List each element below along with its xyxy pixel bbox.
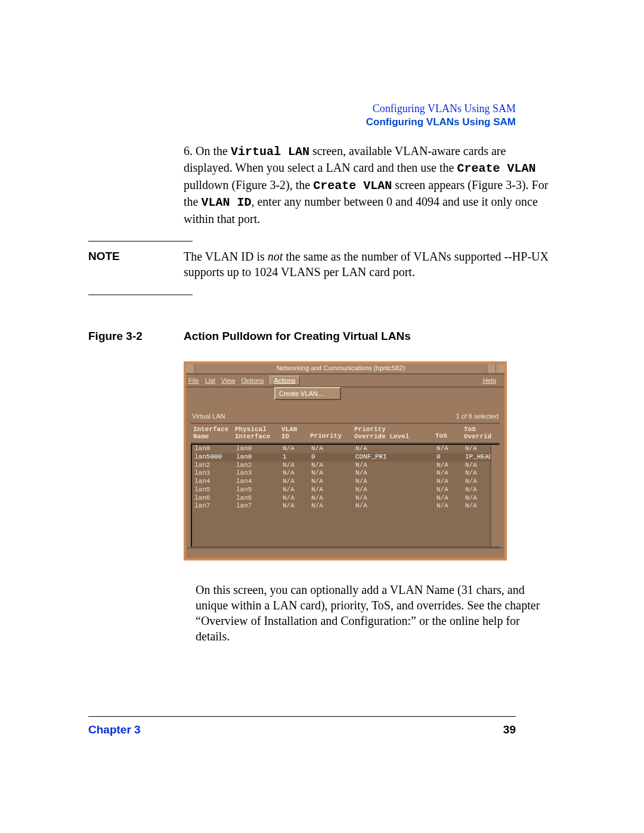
cell: N/A	[355, 478, 435, 486]
cell: lan0	[236, 453, 281, 462]
sam-window: Networking and Communications (hpntc582)…	[184, 361, 507, 561]
window-maximize-icon[interactable]	[496, 364, 504, 373]
cell: N/A	[465, 494, 507, 503]
window-minimize-icon[interactable]	[487, 364, 496, 373]
col-tos: ToS	[435, 426, 463, 441]
cell: N/A	[283, 502, 310, 510]
menu-file[interactable]: File	[188, 376, 199, 385]
note-rule-top	[88, 241, 193, 241]
cell: N/A	[465, 478, 507, 486]
cell: lan0	[194, 445, 235, 453]
cell: lan5	[236, 486, 281, 494]
cell: N/A	[283, 445, 310, 453]
cell: N/A	[355, 494, 435, 503]
col-vlan-id: VLAN ID	[281, 426, 309, 441]
cell: N/A	[465, 445, 507, 453]
cell: N/A	[436, 445, 464, 453]
note-rule-bottom	[88, 295, 193, 295]
cell: lan3	[194, 469, 235, 478]
cell: lan7	[194, 502, 235, 510]
step-mono-a: Virtual LAN	[231, 145, 309, 159]
cell: lan5000	[194, 453, 235, 462]
cell: N/A	[355, 462, 435, 470]
sam-menubar: File List View Options Actions Help	[186, 374, 504, 388]
menu-options[interactable]: Options	[242, 376, 264, 385]
footer-rule	[88, 716, 516, 717]
note-body-a: The VLAN ID is	[184, 250, 268, 263]
step-number: 6.	[184, 144, 193, 157]
table-body: lan0lan0N/AN/AN/AN/AN/Alan5000lan010CONF…	[191, 444, 500, 547]
page-footer: Chapter 3 39	[88, 723, 516, 736]
cell: N/A	[436, 462, 464, 470]
cell: lan6	[236, 494, 281, 503]
step-text-a: On the	[196, 144, 231, 157]
cell: N/A	[355, 502, 435, 510]
cell: N/A	[355, 445, 435, 453]
cell: N/A	[283, 478, 310, 486]
table-header: Interface Name Physical Interface VLAN I…	[191, 423, 500, 444]
cell: lan5	[194, 486, 235, 494]
cell: N/A	[311, 486, 354, 494]
window-menu-icon[interactable]	[186, 364, 195, 373]
cell: 0	[436, 453, 464, 462]
create-vlan-menu-item[interactable]: Create VLAN...	[279, 389, 336, 398]
cell: lan3	[236, 469, 281, 478]
cell: N/A	[311, 462, 354, 470]
cell: IP_HEADE	[465, 453, 507, 462]
actions-dropdown: Create VLAN...	[274, 387, 341, 401]
step-6: 6. On the Virtual LAN screen, available …	[184, 143, 550, 227]
body-content: 6. On the Virtual LAN screen, available …	[88, 143, 556, 644]
cell: N/A	[436, 502, 464, 510]
col-priority-override: Priority Override Level	[354, 426, 434, 441]
cell: N/A	[311, 445, 354, 453]
cell: N/A	[283, 494, 310, 503]
cell: N/A	[283, 486, 310, 494]
cell: lan4	[236, 478, 281, 486]
cell: N/A	[283, 469, 310, 478]
figure-title: Action Pulldown for Creating Virtual LAN…	[184, 329, 556, 343]
running-header: Configuring VLANs Using SAM Configuring …	[366, 101, 516, 129]
horizontal-scrollbar[interactable]	[187, 547, 503, 557]
table-row[interactable]: lan0lan0N/AN/AN/AN/AN/A	[194, 445, 496, 453]
cell: N/A	[355, 469, 435, 478]
cell: lan6	[194, 494, 235, 503]
menu-view[interactable]: View	[221, 376, 236, 385]
note-label: NOTE	[88, 249, 184, 280]
page: Configuring VLANs Using SAM Configuring …	[0, 0, 644, 833]
cell: N/A	[465, 502, 507, 510]
col-tos-override: ToS Overrid	[464, 426, 506, 441]
note-body-italic: not	[268, 250, 283, 263]
table-row[interactable]: lan4lan4N/AN/AN/AN/AN/A	[194, 478, 496, 486]
table-row[interactable]: lan6lan6N/AN/AN/AN/AN/A	[194, 494, 496, 503]
table-row[interactable]: lan7lan7N/AN/AN/AN/AN/A	[194, 502, 496, 510]
cell: lan0	[236, 445, 281, 453]
header-section-title: Configuring VLANs Using SAM	[366, 116, 516, 129]
note-block: NOTE The VLAN ID is not the same as the …	[88, 249, 556, 280]
table-row[interactable]: lan5000lan010CONF_PRI0IP_HEADE	[194, 453, 496, 462]
footer-page-number: 39	[503, 723, 516, 736]
col-interface-name: Interface Name	[193, 426, 234, 441]
vertical-scrollbar[interactable]	[490, 445, 500, 546]
figure-description: On this screen, you can optionally add a…	[196, 582, 556, 644]
sam-body: Virtual LAN 1 of 8 selected Interface Na…	[186, 400, 504, 558]
cell: N/A	[311, 494, 354, 503]
table-row[interactable]: lan3lan3N/AN/AN/AN/AN/A	[194, 469, 496, 478]
table-row[interactable]: lan5lan5N/AN/AN/AN/AN/A	[194, 486, 496, 494]
cell: N/A	[436, 494, 464, 503]
menu-help[interactable]: Help	[482, 376, 496, 385]
figure-caption: Figure 3-2 Action Pulldown for Creating …	[88, 329, 556, 343]
cell: N/A	[436, 478, 464, 486]
menu-list[interactable]: List	[205, 376, 215, 385]
section-title: Virtual LAN	[192, 412, 456, 421]
menu-actions[interactable]: Actions	[270, 376, 299, 386]
table-row[interactable]: lan2lan2N/AN/AN/AN/AN/A	[194, 462, 496, 470]
step-text-c: pulldown (Figure 3-2), the	[184, 178, 313, 191]
step-mono-c: Create VLAN	[313, 179, 392, 193]
cell: lan7	[236, 502, 281, 510]
sam-window-title: Networking and Communications (hpntc582)	[195, 364, 487, 373]
cell: N/A	[311, 478, 354, 486]
cell: 1	[283, 453, 310, 462]
step-mono-b: Create VLAN	[457, 162, 535, 175]
section-header: Virtual LAN 1 of 8 selected	[191, 412, 500, 421]
cell: N/A	[355, 486, 435, 494]
